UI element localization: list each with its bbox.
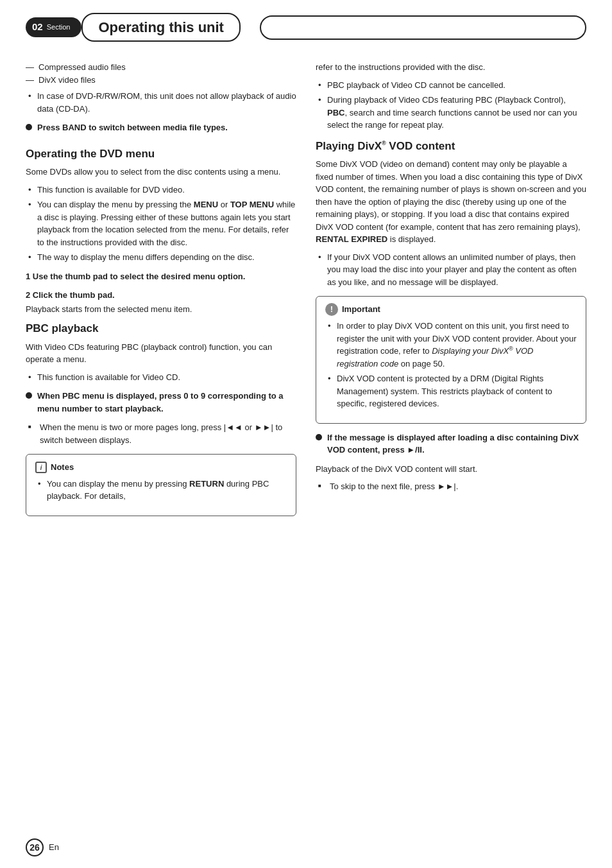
divx-square-bullet: To skip to the next file, press ►►|. <box>316 480 586 493</box>
divx-vod-section: Playing DivX® VOD content Some DivX VOD … <box>316 138 586 493</box>
pbc-bold-note: When PBC menu is displayed, press 0 to 9… <box>26 390 296 415</box>
dvd-bullet-3: The way to display the menu differs depe… <box>26 251 296 264</box>
divx-bullets: If your DivX VOD content allows an unlim… <box>316 251 586 289</box>
divx-bold-text: If the message is displayed after loadin… <box>327 431 586 456</box>
section-badge: 02 Section <box>26 17 81 37</box>
pbc-cont-text: refer to the instructions provided with … <box>316 61 586 74</box>
header-right-box <box>260 15 586 40</box>
notes-label: Notes <box>51 461 74 474</box>
dvd-menu-heading: Operating the DVD menu <box>26 146 296 162</box>
dvd-menu-intro: Some DVDs allow you to select from the d… <box>26 166 296 178</box>
important-label: Important <box>342 303 380 316</box>
section-label: Section <box>47 22 71 33</box>
notes-bullet-1: You can display the menu by pressing RET… <box>35 478 287 503</box>
pbc-continued: refer to the instructions provided with … <box>316 61 586 132</box>
right-column: refer to the instructions provided with … <box>316 61 586 524</box>
pbc-intro: With Video CDs featuring PBC (playback c… <box>26 341 296 366</box>
content-columns: Compressed audio files DivX video files … <box>26 61 586 524</box>
important-icon: ! <box>325 303 338 316</box>
notes-bullets: You can display the menu by pressing RET… <box>35 478 287 503</box>
pbc-bullets: This function is available for Video CD. <box>26 371 296 384</box>
dvd-menu-section: Operating the DVD menu Some DVDs allow y… <box>26 146 296 316</box>
dvd-step2: 2 Click the thumb pad. <box>26 289 296 302</box>
dvd-bullet-2: You can display the menu by pressing the… <box>26 198 296 248</box>
divx-intro: Some DivX VOD (video on demand) content … <box>316 158 586 246</box>
pbc-cont-bullet-2: During playback of Video CDs featuring P… <box>316 94 586 132</box>
notes-box-title: i Notes <box>35 461 287 474</box>
pbc-circle-dot <box>26 392 32 399</box>
important-box: ! Important In order to play DivX VOD co… <box>316 296 586 424</box>
divx-circle-dot <box>316 434 322 440</box>
top-bullet-1: In case of DVD-R/RW/ROM, this unit does … <box>26 90 296 115</box>
pbc-bold-text: When PBC menu is displayed, press 0 to 9… <box>37 390 296 415</box>
dash-item-1: Compressed audio files <box>26 61 296 74</box>
section-number: 02 <box>32 20 43 35</box>
divx-bold-note: If the message is displayed after loadin… <box>316 431 586 456</box>
pbc-cont-bullet-1: PBC playback of Video CD cannot be cance… <box>316 79 586 92</box>
page-header: 02 Section Operating this unit <box>26 13 586 42</box>
important-bullet-1: In order to play DivX VOD content on thi… <box>325 320 577 370</box>
page-number: 26 <box>26 838 44 856</box>
page-title: Operating this unit <box>81 13 241 42</box>
dvd-step1: 1 Use the thumb pad to select the desire… <box>26 270 296 283</box>
page: 02 Section Operating this unit Compresse… <box>0 0 612 868</box>
pbc-cont-bullets: PBC playback of Video CD cannot be cance… <box>316 79 586 132</box>
top-notes: Compressed audio files DivX video files … <box>26 61 296 134</box>
language-label: En <box>49 841 59 854</box>
pbc-bullet-1: This function is available for Video CD. <box>26 371 296 384</box>
pbc-square-bullet: When the menu is two or more pages long,… <box>26 421 296 446</box>
dvd-menu-bullets: This function is available for DVD video… <box>26 184 296 264</box>
top-bold-note: Press BAND to switch between media file … <box>26 121 296 134</box>
left-column: Compressed audio files DivX video files … <box>26 61 296 524</box>
pbc-heading: PBC playback <box>26 320 296 337</box>
bold-note-text: Press BAND to switch between media file … <box>37 121 228 134</box>
important-title: ! Important <box>325 303 577 316</box>
dash-item-2: DivX video files <box>26 74 296 87</box>
dvd-step2-body: Playback starts from the selected menu i… <box>26 303 296 316</box>
important-bullets: In order to play DivX VOD content on thi… <box>325 320 577 410</box>
divx-bullet-1: If your DivX VOD content allows an unlim… <box>316 251 586 289</box>
important-bullet-2: DivX VOD content is protected by a DRM (… <box>325 372 577 410</box>
divx-heading: Playing DivX® VOD content <box>316 138 586 155</box>
divx-play-text: Playback of the DivX VOD content will st… <box>316 463 586 476</box>
circle-dot <box>26 124 32 130</box>
pbc-section: PBC playback With Video CDs featuring PB… <box>26 320 296 516</box>
footer: 26 En <box>26 838 59 856</box>
notes-icon: i <box>35 462 47 473</box>
dvd-bullet-1: This function is available for DVD video… <box>26 184 296 196</box>
pbc-notes-box: i Notes You can display the menu by pres… <box>26 454 296 516</box>
